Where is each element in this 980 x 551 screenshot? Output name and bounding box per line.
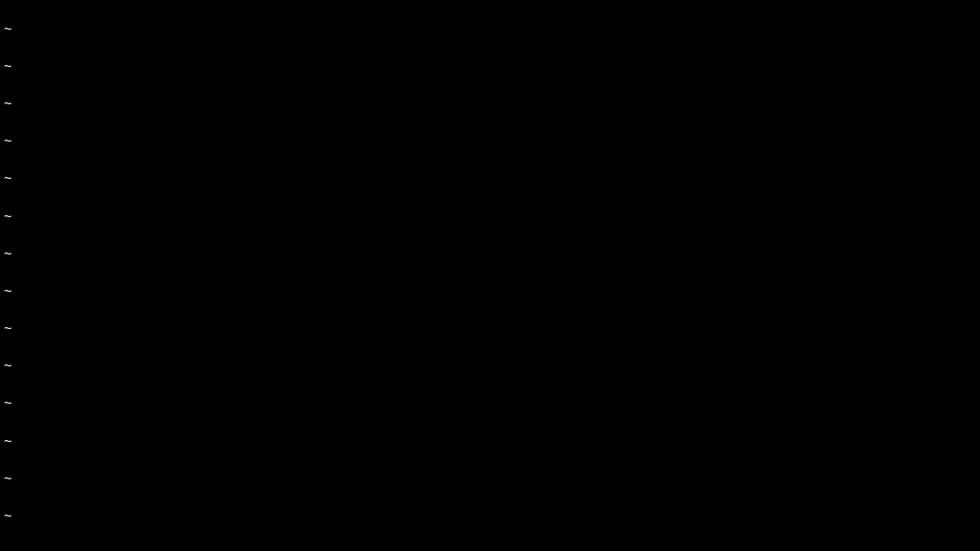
terminal-output[interactable]: ~ ~ ~ ~ ~ ~ ~ ~ ~ ~ ~ ~ ~ ~ ~ ~ ~ :q! ro… [4,2,976,551]
vim-empty-line: ~ [4,209,976,228]
vim-empty-line: ~ [4,471,976,490]
vim-empty-line: ~ [4,283,976,302]
vim-empty-line: ~ [4,358,976,377]
vim-empty-line: ~ [4,133,976,152]
vim-empty-line: ~ [4,508,976,527]
vim-empty-line: ~ [4,320,976,340]
vim-empty-line: ~ [4,170,976,189]
vim-empty-line: ~ [4,433,976,452]
vim-empty-line: ~ [4,395,976,414]
vim-empty-line: ~ [4,96,976,115]
vim-empty-line: ~ [4,58,976,77]
vim-empty-line: ~ [4,545,976,551]
vim-empty-line: ~ [4,21,976,40]
vim-empty-line: ~ [4,246,976,265]
